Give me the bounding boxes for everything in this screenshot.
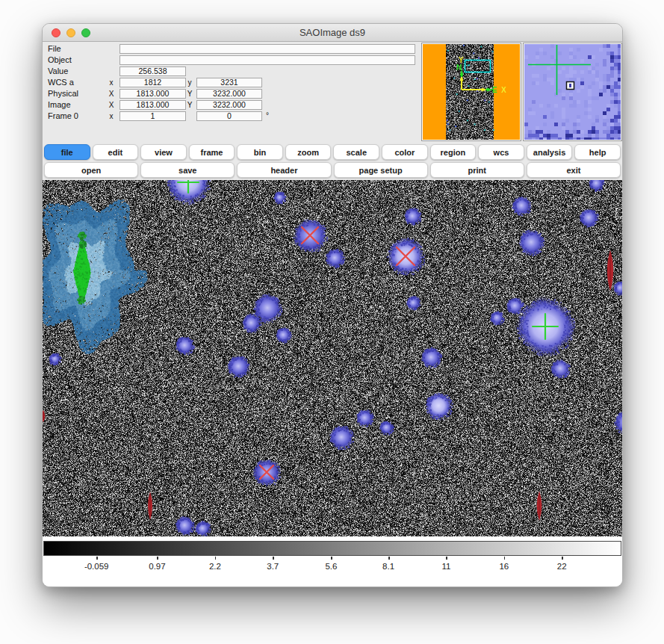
info-row-wcs: WCS a x 1812 y 3231: [43, 77, 423, 88]
menu-frame[interactable]: frame: [189, 144, 235, 160]
menu-wcs[interactable]: wcs: [478, 144, 524, 160]
degree-symbol: °: [266, 111, 269, 120]
image-y-field[interactable]: 3232.000: [196, 100, 262, 110]
value-field[interactable]: 256.538: [120, 66, 186, 76]
colorbar-tick-mark: [157, 557, 158, 560]
info-row-value: Value 256.538: [43, 66, 423, 77]
frame-label: Frame 0: [48, 111, 78, 122]
menu-edit[interactable]: edit: [93, 144, 139, 160]
button-exit[interactable]: exit: [527, 162, 621, 178]
menu-help[interactable]: help: [574, 144, 621, 160]
file-label: File: [48, 43, 61, 55]
colorbar-tick-mark: [215, 557, 217, 560]
info-row-image: Image X 1813.000 Y 3232.000: [43, 99, 423, 111]
physical-y-label: Y: [184, 88, 196, 99]
frame-rotate-field[interactable]: 0: [196, 111, 262, 121]
image-label: Image: [48, 99, 71, 111]
frame-x-label: x: [105, 111, 117, 122]
info-row-object: Object: [43, 55, 423, 66]
menu-analysis[interactable]: analysis: [527, 144, 573, 160]
object-label: Object: [48, 55, 72, 66]
button-header[interactable]: header: [237, 162, 331, 178]
magnifier-canvas: [524, 44, 621, 140]
button-open[interactable]: open: [44, 162, 138, 178]
button-print[interactable]: print: [430, 162, 524, 178]
physical-x-field[interactable]: 1813.000: [120, 89, 186, 99]
title-bar[interactable]: SAOImage ds9: [43, 24, 622, 42]
colorbar-tick-label: 0.97: [149, 562, 165, 571]
magnifier-panel: [523, 43, 622, 141]
wcs-x-field[interactable]: 1812: [120, 78, 186, 87]
colorbar-tick-mark: [331, 557, 332, 560]
colorbar-tick-mark: [504, 557, 506, 560]
image-x-label: X: [105, 99, 117, 111]
colorbar-ticks: -0.0590.972.23.75.68.1111622: [43, 556, 621, 581]
file-field[interactable]: [120, 44, 415, 54]
colorbar-tick-label: 16: [499, 562, 509, 571]
panner-panel: [421, 43, 521, 141]
menu-color[interactable]: color: [382, 144, 428, 160]
colorbar-tick-label: 3.7: [267, 562, 279, 571]
image-y-label: Y: [184, 99, 196, 111]
colorbar-tick-label: 22: [557, 562, 567, 571]
wcs-y-label: y: [184, 77, 196, 88]
menu-bin[interactable]: bin: [237, 144, 283, 160]
object-field[interactable]: [120, 55, 415, 65]
menu-row: fileeditviewframebinzoomscalecolorregion…: [44, 144, 621, 160]
menu-scale[interactable]: scale: [333, 144, 379, 160]
colorbar-tick-mark: [388, 557, 390, 560]
wcs-label: WCS a: [48, 77, 74, 88]
info-row-physical: Physical X 1813.000 Y 3232.000: [43, 88, 423, 99]
colorbar-tick-mark: [273, 557, 274, 560]
image-x-field[interactable]: 1813.000: [120, 100, 186, 110]
physical-x-label: X: [105, 88, 117, 99]
colorbar-tick-label: 8.1: [382, 562, 394, 571]
ds9-window: SAOImage ds9 File Object Value 256.538 W…: [42, 23, 623, 587]
info-row-file: File: [43, 43, 423, 55]
physical-label: Physical: [48, 88, 78, 99]
colorbar-tick-label: 2.2: [209, 562, 221, 571]
physical-y-field[interactable]: 3232.000: [196, 89, 262, 99]
colorbar-tick-mark: [96, 557, 98, 560]
menu-view[interactable]: view: [140, 144, 187, 160]
wcs-y-field[interactable]: 3231: [196, 78, 262, 87]
button-save[interactable]: save: [140, 162, 235, 178]
colorbar-tick-mark: [562, 557, 563, 560]
colorbar-tick-mark: [446, 557, 447, 560]
colorbar-gradient[interactable]: [43, 541, 621, 556]
info-row-frame: Frame 0 x 1 0 °: [43, 111, 423, 122]
value-label: Value: [48, 66, 68, 77]
colorbar-tick-label: 11: [441, 562, 450, 571]
colorbar-tick-label: -0.059: [84, 562, 109, 571]
image-canvas[interactable]: [43, 180, 622, 536]
wcs-x-label: x: [105, 77, 117, 88]
frame-zoom-field[interactable]: 1: [120, 111, 186, 121]
colorbar-tick-label: 5.6: [325, 562, 337, 571]
colorbar-section: -0.0590.972.23.75.68.1111622: [43, 536, 622, 586]
menu-zoom[interactable]: zoom: [285, 144, 332, 160]
panner-canvas[interactable]: [423, 44, 520, 140]
button-row: opensaveheaderpage setupprintexit: [44, 162, 621, 178]
button-page-setup[interactable]: page setup: [334, 162, 428, 178]
menu-region[interactable]: region: [430, 144, 477, 160]
window-title: SAOImage ds9: [43, 24, 622, 42]
menu-file[interactable]: file: [44, 144, 90, 160]
